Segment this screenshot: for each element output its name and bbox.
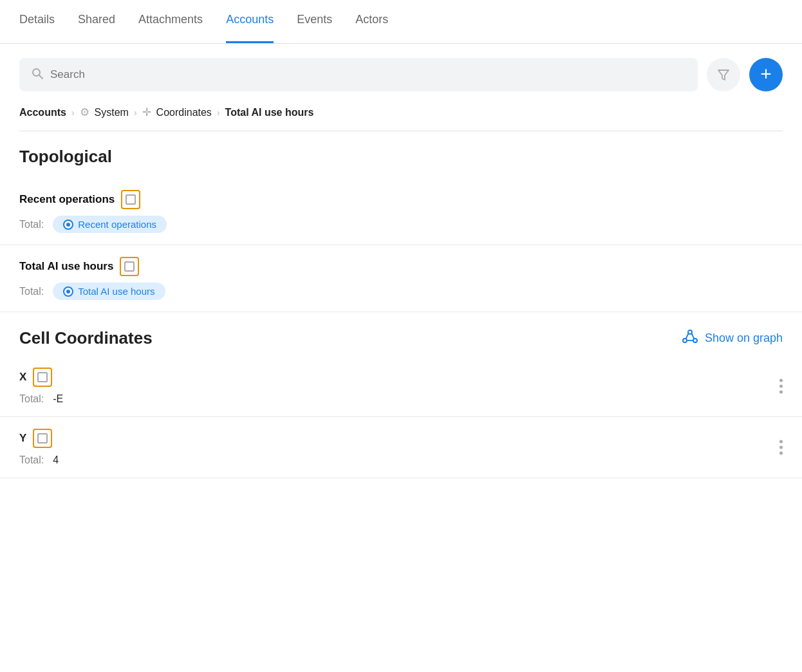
x-coord-icon[interactable] [33,368,52,387]
tab-bar: Details Shared Attachments Accounts Even… [0,0,802,44]
plus-icon: + [760,64,772,84]
svg-point-3 [688,330,692,334]
crosshair-icon: ✛ [142,106,151,119]
tab-details[interactable]: Details [19,0,55,43]
recent-ops-icon[interactable] [121,190,140,209]
breadcrumb: Accounts › ⚙ System › ✛ Coordinates › To… [0,106,802,131]
search-area: + [0,44,802,106]
x-coord-total-row: Total: -E [19,393,783,405]
tab-shared[interactable]: Shared [78,0,115,43]
svg-point-5 [693,339,697,342]
svg-line-6 [685,333,688,339]
recent-ops-total-row: Total: Recent operations [19,216,783,233]
tab-actors[interactable]: Actors [355,0,388,43]
search-icon [31,67,44,83]
tab-events[interactable]: Events [297,0,332,43]
total-ai-total-row: Total: Total AI use hours [19,283,783,300]
x-total-label: Total: [19,393,44,405]
breadcrumb-sep-3: › [217,107,220,118]
svg-point-4 [683,339,687,342]
filter-button[interactable] [707,58,740,91]
tab-accounts[interactable]: Accounts [226,0,274,43]
breadcrumb-coordinates[interactable]: Coordinates [156,107,212,118]
x-coord-label: X [19,371,26,384]
filter-icon [716,68,731,82]
cell-coords-header: Cell Coordinates Show on graph [0,312,802,356]
breadcrumb-total-ai[interactable]: Total AI use hours [225,107,314,118]
x-coord-row: X Total: -E [0,356,802,417]
topological-title: Topological [0,131,802,178]
recent-ops-label: Recent operations [19,193,115,206]
svg-line-7 [691,333,694,339]
y-coord-value: 4 [53,454,59,466]
search-input[interactable] [50,68,686,81]
show-on-graph-button[interactable]: Show on graph [682,328,783,348]
y-coord-total-row: Total: 4 [19,454,783,466]
recent-ops-header: Recent operations [19,190,783,209]
y-total-label: Total: [19,454,44,466]
x-coord-icon-inner [37,372,48,382]
graph-icon [682,328,698,348]
total-ai-icon[interactable] [120,257,139,276]
y-coord-label: Y [19,432,26,445]
y-coord-header: Y [19,429,783,448]
tab-attachments[interactable]: Attachments [138,0,203,43]
breadcrumb-accounts[interactable]: Accounts [19,107,66,118]
x-more-button[interactable] [779,379,783,394]
total-ai-row: Total AI use hours Total: Total AI use h… [0,245,802,312]
recent-ops-icon-inner [126,194,136,205]
search-wrapper [19,58,698,91]
recent-ops-total-label: Total: [19,219,44,230]
svg-line-1 [39,75,42,79]
y-more-button[interactable] [779,440,783,455]
recent-ops-badge-text: Recent operations [78,219,156,230]
svg-marker-2 [718,70,729,80]
breadcrumb-sep-1: › [71,107,75,118]
recent-ops-badge[interactable]: Recent operations [53,216,167,233]
x-coord-value: -E [53,393,63,405]
cell-coords-title: Cell Coordinates [19,328,153,348]
breadcrumb-system[interactable]: System [95,107,129,118]
add-button[interactable]: + [749,58,783,91]
recent-ops-row: Recent operations Total: Recent operatio… [0,178,802,245]
x-coord-header: X [19,368,783,387]
total-ai-badge[interactable]: Total AI use hours [53,283,165,300]
recent-ops-badge-circle [63,219,73,230]
y-coord-row: Y Total: 4 [0,417,802,478]
total-ai-badge-text: Total AI use hours [78,286,154,297]
y-coord-icon-inner [37,433,48,443]
total-ai-icon-inner [124,261,135,272]
total-ai-total-label: Total: [19,286,44,297]
recent-ops-badge-dot [66,223,70,227]
y-coord-icon[interactable] [33,429,52,448]
total-ai-badge-dot [66,290,70,294]
show-on-graph-label: Show on graph [705,331,783,345]
total-ai-badge-circle [63,286,73,297]
total-ai-header: Total AI use hours [19,257,783,276]
breadcrumb-sep-2: › [134,107,137,118]
gear-icon: ⚙ [80,106,89,119]
total-ai-label: Total AI use hours [19,260,113,273]
